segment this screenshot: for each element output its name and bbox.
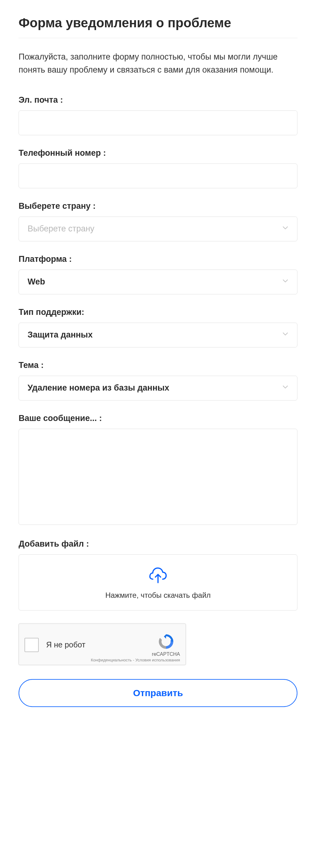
message-textarea[interactable]	[19, 429, 297, 525]
support-type-select-value: Защита данных	[28, 330, 93, 340]
email-label: Эл. почта :	[19, 95, 297, 105]
recaptcha-widget: Я не робот reCAPTCHA Конфиденциальность …	[19, 624, 186, 665]
page-title: Форма уведомления о проблеме	[19, 16, 297, 30]
subject-select[interactable]: Удаление номера из базы данных	[19, 376, 297, 401]
support-type-group: Тип поддержки: Защита данных	[19, 307, 297, 347]
recaptcha-brand-text: reCAPTCHA	[152, 651, 180, 657]
subject-group: Тема : Удаление номера из базы данных	[19, 361, 297, 401]
message-group: Ваше сообщение... :	[19, 413, 297, 526]
recaptcha-branding: reCAPTCHA	[152, 633, 180, 657]
subject-label: Тема :	[19, 361, 297, 370]
platform-group: Платформа : Web	[19, 254, 297, 294]
country-select-value: Выберете страну	[28, 224, 95, 234]
country-group: Выберете страну : Выберете страну	[19, 202, 297, 241]
email-group: Эл. почта :	[19, 95, 297, 135]
country-label: Выберете страну :	[19, 202, 297, 211]
submit-button[interactable]: Отправить	[19, 679, 297, 707]
platform-label: Платформа :	[19, 254, 297, 264]
phone-group: Телефонный номер :	[19, 148, 297, 188]
file-upload-box[interactable]: Нажмите, чтобы скачать файл	[19, 554, 297, 611]
country-select[interactable]: Выберете страну	[19, 217, 297, 241]
platform-select-value: Web	[28, 277, 45, 287]
message-label: Ваше сообщение... :	[19, 413, 297, 423]
platform-select[interactable]: Web	[19, 270, 297, 294]
chevron-down-icon	[281, 276, 290, 287]
phone-input[interactable]	[19, 163, 297, 188]
upload-cloud-icon	[25, 567, 291, 584]
file-upload-hint: Нажмите, чтобы скачать файл	[25, 591, 291, 600]
subject-select-value: Удаление номера из базы данных	[28, 383, 169, 393]
recaptcha-label: Я не робот	[46, 640, 152, 649]
title-divider	[19, 38, 297, 38]
phone-label: Телефонный номер :	[19, 148, 297, 158]
support-type-select[interactable]: Защита данных	[19, 322, 297, 347]
file-label: Добавить файл :	[19, 539, 297, 549]
email-input[interactable]	[19, 111, 297, 135]
recaptcha-logo-icon	[152, 633, 180, 650]
recaptcha-checkbox[interactable]	[25, 638, 39, 652]
chevron-down-icon	[281, 330, 290, 340]
file-group: Добавить файл : Нажмите, чтобы скачать ф…	[19, 539, 297, 611]
chevron-down-icon	[281, 382, 290, 393]
intro-text: Пожалуйста, заполните форму полностью, ч…	[19, 51, 297, 76]
support-type-label: Тип поддержки:	[19, 307, 297, 317]
recaptcha-links[interactable]: Конфиденциальность - Условия использован…	[91, 658, 180, 662]
chevron-down-icon	[281, 223, 290, 234]
